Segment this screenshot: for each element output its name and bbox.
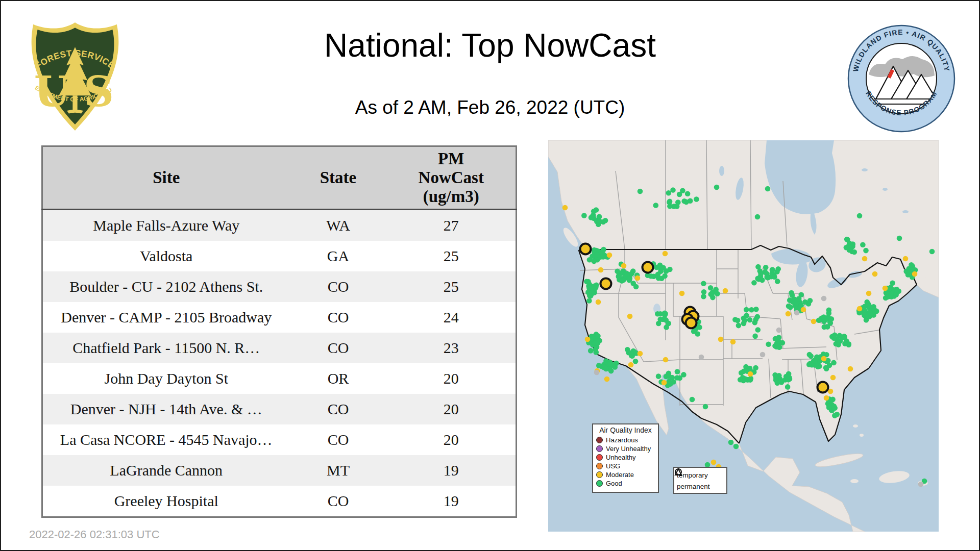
permanent-triangle-icon xyxy=(674,468,682,476)
temporary-legend-row: temporary xyxy=(677,469,724,481)
monitor-dot-good xyxy=(826,311,832,316)
aqi-legend-item: USG xyxy=(596,462,655,470)
monitor-dot-good xyxy=(766,341,771,347)
monitor-dot-good xyxy=(655,272,661,278)
monitor-dot-good xyxy=(849,249,855,255)
monitor-dot-good xyxy=(671,379,676,385)
aqi-legend-item: Very Unhealthy xyxy=(596,444,655,453)
monitor-dot-good xyxy=(871,307,877,312)
monitor-dot-good xyxy=(755,264,761,270)
monitor-dot-good xyxy=(763,269,768,275)
monitor-dot-good xyxy=(909,262,914,268)
monitor-dot-good xyxy=(596,363,602,368)
monitor-dot-good xyxy=(785,384,791,390)
monitor-dot-good xyxy=(591,209,597,214)
table-row: Denver - CAMP - 2105 BroadwayCO24 xyxy=(42,302,517,333)
monitor-dot-good xyxy=(837,333,843,338)
aqi-legend-label: Very Unhealthy xyxy=(606,445,651,453)
aqi-color-dot-icon xyxy=(596,471,603,478)
monitor-dot-good xyxy=(608,361,614,367)
monitor-dot-moderate xyxy=(562,205,568,211)
monitor-dot-good xyxy=(796,296,802,302)
monitor-dot-good xyxy=(667,204,673,209)
monitor-dot-gray xyxy=(776,328,782,333)
monitor-dot-good xyxy=(886,294,891,299)
monitor-dot-good xyxy=(714,185,720,190)
table-header: Site State PM NowCast (ug/m3) xyxy=(42,146,517,210)
monitor-dot-good xyxy=(894,287,899,292)
state-cell: CO xyxy=(290,394,387,424)
header-site: Site xyxy=(42,146,290,210)
monitor-dot-good xyxy=(844,245,849,251)
monitor-dot-good xyxy=(701,289,707,295)
monitor-dot-good xyxy=(662,273,668,279)
monitor-dot-moderate xyxy=(830,375,836,381)
aqi-color-dot-icon xyxy=(596,454,603,461)
monitor-dot-good xyxy=(857,213,863,219)
monitor-dot-good xyxy=(816,318,822,323)
monitor-dot-good xyxy=(860,242,866,247)
state-cell: OR xyxy=(290,363,387,394)
monitor-dot-good xyxy=(633,359,639,364)
footer-timestamp: 2022-02-26 02:31:03 UTC xyxy=(29,528,160,541)
monitor-dot-good xyxy=(929,249,935,255)
monitor-dot-good xyxy=(633,284,639,290)
monitor-dot-good xyxy=(588,348,594,354)
monitor-dot-moderate xyxy=(663,251,668,257)
header-state: State xyxy=(290,146,387,210)
monitor-dot-good xyxy=(822,324,827,330)
monitor-dot-moderate xyxy=(718,337,724,342)
table-row: Maple Falls-Azure WayWA27 xyxy=(42,210,517,241)
monitor-dot-good xyxy=(674,375,680,381)
aqi-legend-label: Good xyxy=(606,480,622,487)
monitor-dot-moderate xyxy=(903,256,909,262)
aqi-legend-item: Hazardous xyxy=(596,436,655,444)
monitor-dot-good xyxy=(821,314,827,320)
table-row: LaGrande CannonMT19 xyxy=(42,455,517,486)
site-cell: Chatfield Park - 11500 N. R… xyxy=(42,333,290,363)
monitor-dot-good xyxy=(863,248,869,254)
site-cell: Denver - CAMP - 2105 Broadway xyxy=(42,302,290,333)
header-pm-nowcast: PM NowCast (ug/m3) xyxy=(387,146,517,210)
monitor-dot-good xyxy=(653,203,659,208)
monitor-dot-good xyxy=(694,196,699,202)
monitor-dot-good xyxy=(732,317,738,322)
top-nowcast-table: Site State PM NowCast (ug/m3) Maple Fall… xyxy=(41,145,517,518)
monitor-dot-good xyxy=(752,334,758,339)
monitor-dot-moderate xyxy=(912,271,918,277)
monitor-dot-good xyxy=(897,236,902,241)
monitor-dot-good xyxy=(890,281,895,286)
monitor-dot-moderate xyxy=(730,339,736,345)
pm-nowcast-cell: 20 xyxy=(387,363,517,394)
monitor-dot-good xyxy=(677,192,682,197)
monitor-dot-good xyxy=(774,269,780,274)
site-cell: Denver - NJH - 14th Ave. & … xyxy=(42,394,290,424)
monitor-dot-gray xyxy=(821,296,827,302)
monitor-dot-moderate xyxy=(848,366,853,372)
monitor-dot-good xyxy=(831,404,837,409)
table-row: Greeley HospitalCO19 xyxy=(42,486,517,517)
monitor-dot-good xyxy=(709,290,715,296)
monitor-dot-good xyxy=(587,257,593,263)
monitor-dot-good xyxy=(755,327,761,333)
aqi-legend-item: Unhealthy xyxy=(596,453,655,462)
monitor-dot-good xyxy=(807,352,813,358)
monitor-dot-good xyxy=(675,369,680,374)
monitor-dot-good xyxy=(670,187,676,193)
monitor-dot-moderate xyxy=(857,306,863,312)
monitor-dot-good xyxy=(751,280,757,286)
site-cell: John Day Dayton St xyxy=(42,363,290,394)
monitor-dot-good xyxy=(608,368,614,374)
monitor-dot-good xyxy=(690,397,695,403)
state-cell: CO xyxy=(290,486,387,517)
pm-nowcast-cell: 19 xyxy=(387,486,517,517)
monitor-dot-good xyxy=(708,285,714,291)
state-cell: GA xyxy=(290,241,387,271)
monitor-dot-good xyxy=(827,363,832,368)
monitor-dot-good xyxy=(584,279,590,284)
monitor-dot-good xyxy=(681,372,687,378)
top-site-marker xyxy=(580,244,591,255)
air-quality-map: Air Quality Index HazardousVery Unhealth… xyxy=(548,140,939,532)
monitor-dot-good xyxy=(753,365,758,371)
monitor-dot-good xyxy=(742,376,748,382)
